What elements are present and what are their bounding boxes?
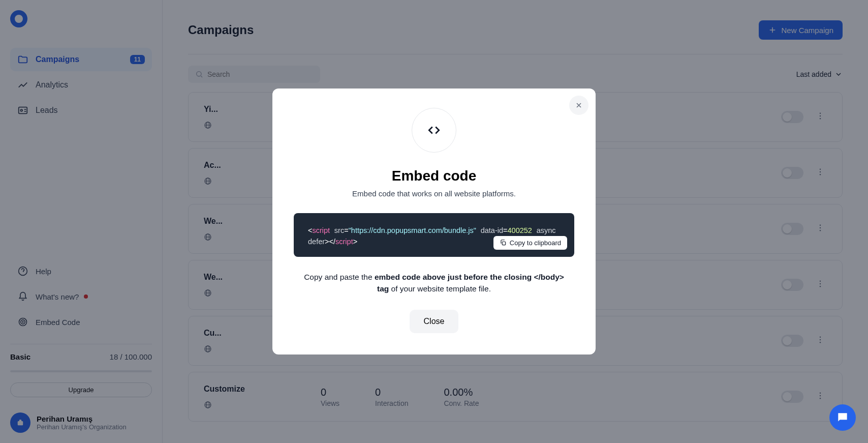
modal-subtitle: Embed code that works on all website pla… bbox=[294, 189, 574, 198]
modal-overlay[interactable]: Embed code Embed code that works on all … bbox=[0, 0, 868, 443]
copy-icon bbox=[500, 239, 507, 246]
modal-close-button[interactable] bbox=[569, 96, 588, 115]
close-button[interactable]: Close bbox=[410, 310, 459, 333]
embed-code-modal: Embed code Embed code that works on all … bbox=[272, 88, 596, 355]
modal-title: Embed code bbox=[294, 168, 574, 184]
close-icon bbox=[575, 101, 583, 109]
svg-rect-38 bbox=[502, 242, 505, 245]
modal-description: Copy and paste the embed code above just… bbox=[294, 271, 574, 295]
intercom-launcher[interactable] bbox=[829, 404, 856, 431]
code-block: <script src="https://cdn.popupsmart.com/… bbox=[294, 213, 574, 257]
chat-icon bbox=[836, 411, 849, 424]
copy-to-clipboard-button[interactable]: Copy to clipboard bbox=[493, 236, 567, 250]
button-label: Copy to clipboard bbox=[510, 239, 561, 247]
code-icon bbox=[412, 108, 456, 153]
